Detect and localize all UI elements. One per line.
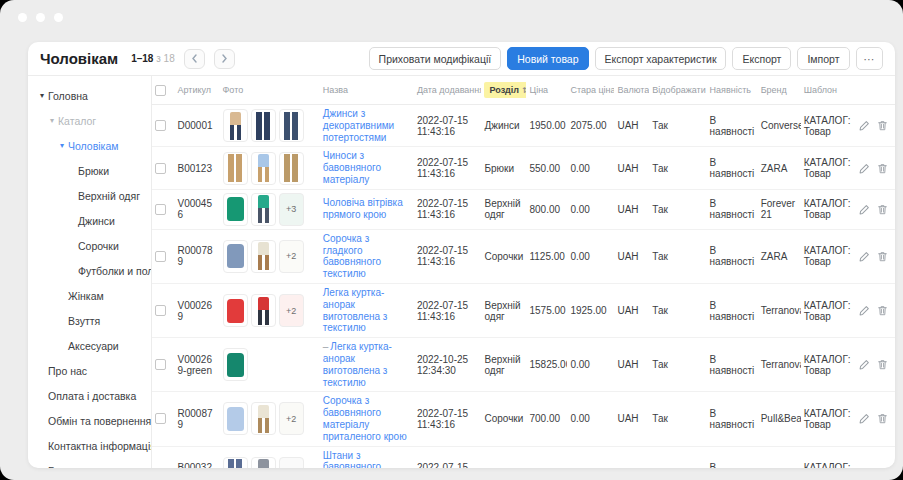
edit-button[interactable] xyxy=(859,359,870,370)
product-photo[interactable] xyxy=(251,457,276,468)
sidebar-item-5[interactable]: Джинси xyxy=(28,208,151,233)
product-photos-cell: +3 xyxy=(220,189,320,229)
more-photos-count: +2 xyxy=(286,306,296,316)
product-photo[interactable] xyxy=(223,152,248,185)
row-checkbox[interactable] xyxy=(155,120,166,131)
more-photos-badge[interactable]: +2 xyxy=(279,294,304,327)
import-button[interactable]: Імпорт xyxy=(797,47,849,70)
sidebar-item-13[interactable]: Обмін та повернення xyxy=(28,408,151,433)
sidebar-item-4[interactable]: Верхній одяг xyxy=(28,183,151,208)
row-actions xyxy=(857,204,892,215)
screenshot-background: Чоловікам 1–18 з 18 Приховати модифікаці… xyxy=(0,0,903,480)
product-photo[interactable] xyxy=(223,109,248,142)
sidebar-item-0[interactable]: ▾Головна xyxy=(28,83,151,108)
product-name-link[interactable]: Легка куртка-анорак виготовлена з тексти… xyxy=(323,287,388,333)
product-name-link[interactable]: Легка куртка-анорак виготовлена з тексти… xyxy=(323,341,392,387)
prev-page-button[interactable] xyxy=(184,49,205,69)
delete-button[interactable] xyxy=(877,413,888,424)
more-photos-badge[interactable]: +2 xyxy=(279,457,304,468)
product-photo[interactable] xyxy=(251,294,276,327)
sidebar-item-8[interactable]: Жінкам xyxy=(28,283,151,308)
more-button[interactable]: ⋯ xyxy=(856,47,884,70)
delete-button[interactable] xyxy=(877,204,888,215)
product-photo[interactable] xyxy=(251,152,276,185)
row-checkbox[interactable] xyxy=(155,413,166,424)
product-currency-cell: UAH xyxy=(614,189,649,229)
edit-button[interactable] xyxy=(859,120,870,131)
sidebar-item-10[interactable]: Аксесуари xyxy=(28,333,151,358)
column-header-4[interactable]: Розділ⇅ xyxy=(481,76,526,105)
product-photo[interactable] xyxy=(223,457,248,468)
delete-button[interactable] xyxy=(877,305,888,316)
export-characteristics-button[interactable]: Експорт характеристик xyxy=(595,47,727,70)
product-photo[interactable] xyxy=(251,240,276,273)
product-photo[interactable] xyxy=(223,348,248,381)
next-page-button[interactable] xyxy=(214,49,235,69)
product-name-link[interactable]: Чиноси з бавовняного матеріалу xyxy=(323,150,381,185)
product-photo[interactable] xyxy=(223,193,248,226)
product-sku: R000789 xyxy=(178,245,217,267)
delete-button[interactable] xyxy=(877,251,888,262)
sort-icon[interactable]: ⇅ xyxy=(522,86,526,95)
row-checkbox[interactable] xyxy=(155,359,166,370)
edit-button[interactable] xyxy=(859,413,870,424)
row-checkbox[interactable] xyxy=(155,251,166,262)
product-section: Джинси xyxy=(484,120,523,131)
more-photos-badge[interactable]: +3 xyxy=(279,193,304,226)
sidebar-item-3[interactable]: Брюки xyxy=(28,158,151,183)
product-name-link[interactable]: Чоловіча вітрівка прямого крою xyxy=(323,197,403,220)
sidebar-item-7[interactable]: Футболки и поло xyxy=(28,258,151,283)
product-name-link[interactable]: Сорочка з гладкого бавовняного текстилю xyxy=(323,233,381,279)
hide-modifications-button[interactable]: Приховати модифікації xyxy=(369,47,502,70)
product-photo[interactable] xyxy=(223,294,248,327)
product-photo[interactable] xyxy=(279,109,304,142)
product-photo[interactable] xyxy=(251,402,276,435)
sidebar-item-6[interactable]: Сорочки xyxy=(28,233,151,258)
sidebar-item-label: Оплата і доставка xyxy=(48,390,136,402)
product-date: 2022-07-15 11:43:16 xyxy=(417,157,479,179)
sidebar-item-15[interactable]: Блог xyxy=(28,458,151,468)
delete-button[interactable] xyxy=(877,359,888,370)
product-brand-cell: Converse xyxy=(758,105,801,147)
export-button[interactable]: Експорт xyxy=(732,47,791,70)
product-date-cell: 2022-07-15 11:43:16 xyxy=(414,283,482,337)
product-currency-cell: UAH xyxy=(614,446,649,468)
product-section: Верхній одяг xyxy=(484,300,523,322)
delete-button[interactable] xyxy=(877,120,888,131)
product-template-cell: КАТАЛОГ: Товар xyxy=(801,147,854,189)
product-name-link[interactable]: Штани з бавовняного матеріалу прямого кр… xyxy=(323,450,410,468)
product-name-link[interactable]: Сорочка з бавовняного матеріалу притален… xyxy=(323,395,407,441)
sidebar-item-1[interactable]: ▾Каталог xyxy=(28,108,151,133)
product-section-cell: Брюки xyxy=(481,147,526,189)
edit-button[interactable] xyxy=(859,204,870,215)
delete-button[interactable] xyxy=(877,163,888,174)
sidebar-item-label: Брюки xyxy=(78,165,109,177)
product-name-link[interactable]: Джинси з декоративними потертостями xyxy=(323,108,394,143)
sidebar-item-9[interactable]: Взуття xyxy=(28,308,151,333)
product-photo[interactable] xyxy=(279,152,304,185)
product-photo[interactable] xyxy=(251,193,276,226)
row-checkbox[interactable] xyxy=(155,305,166,316)
column-header-11: Шаблон xyxy=(801,76,854,105)
product-section: Сорочки xyxy=(484,413,523,424)
sidebar-item-label: Аксесуари xyxy=(68,340,119,352)
new-product-button[interactable]: Новий товар xyxy=(507,47,588,70)
product-photo[interactable] xyxy=(223,402,248,435)
edit-button[interactable] xyxy=(859,305,870,316)
sidebar-item-11[interactable]: Про нас xyxy=(28,358,151,383)
more-photos-badge[interactable]: +2 xyxy=(279,402,304,435)
product-photo[interactable] xyxy=(223,240,248,273)
edit-button[interactable] xyxy=(859,163,870,174)
sidebar-item-14[interactable]: Контактна інформація xyxy=(28,433,151,458)
row-checkbox[interactable] xyxy=(155,163,166,174)
product-date-cell: 2022-07-15 11:43:16 xyxy=(414,229,482,283)
select-all-checkbox[interactable] xyxy=(155,85,166,96)
highlighted-column-header[interactable]: Розділ⇅ xyxy=(484,82,526,98)
table-row: B000321+2Штани з бавовняного матеріалу п… xyxy=(152,446,895,468)
edit-button[interactable] xyxy=(859,251,870,262)
sidebar-item-2[interactable]: ▾Чоловікам xyxy=(28,133,151,158)
sidebar-item-12[interactable]: Оплата і доставка xyxy=(28,383,151,408)
product-photo[interactable] xyxy=(251,109,276,142)
row-checkbox[interactable] xyxy=(155,204,166,215)
more-photos-badge[interactable]: +2 xyxy=(279,240,304,273)
